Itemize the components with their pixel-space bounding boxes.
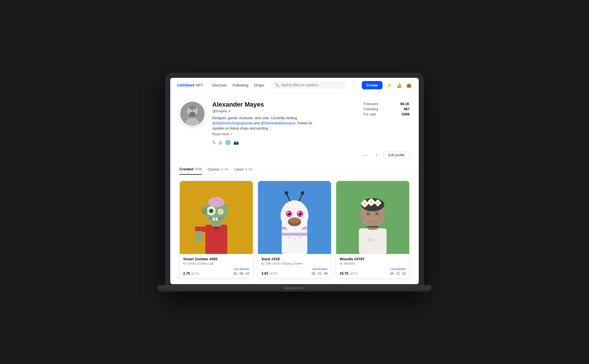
nft-card-zombie[interactable]: Smart Zombie #405 by Smart Zombie Lab 2.… bbox=[179, 181, 253, 278]
handle-text: @mayes bbox=[212, 109, 227, 113]
nft-auction-zombie: Live Auction 01 : 00 : 02 bbox=[234, 267, 249, 276]
navbar: coinbase NFT Discover Following Drops 🔍 … bbox=[170, 78, 419, 93]
social-links: 𝕏 ◎ 🌐 📷 bbox=[212, 140, 357, 145]
for-sale-value: 5309 bbox=[402, 112, 410, 116]
nft-info-zombie: Smart Zombie #405 by Smart Zombie Lab 2.… bbox=[180, 254, 253, 278]
nft-title-zombie: Smart Zombie #405 bbox=[183, 257, 249, 261]
tab-liked[interactable]: Liked (3.5k) bbox=[234, 164, 253, 175]
verified-badge: ✔ bbox=[228, 109, 231, 113]
bio-link-silly[interactable]: @SillySocksSingingSoiree bbox=[212, 121, 253, 125]
followers-value: 66.1K bbox=[400, 102, 410, 106]
svg-point-42 bbox=[289, 217, 300, 223]
svg-text:✕: ✕ bbox=[366, 211, 370, 217]
svg-point-36 bbox=[287, 212, 289, 213]
nft-image-zombie bbox=[180, 181, 253, 254]
svg-rect-73 bbox=[367, 226, 379, 228]
auction-label-zombie: Live Auction bbox=[234, 267, 249, 271]
instagram-icon[interactable]: ◎ bbox=[219, 140, 222, 145]
auction-label-woodie: Live Auction bbox=[390, 267, 406, 271]
profile-actions-row: ⋯ ↑ Edit profile bbox=[170, 151, 419, 164]
profile-name: Alexander Mayes bbox=[212, 101, 357, 108]
logo: coinbase NFT bbox=[177, 83, 203, 87]
search-input[interactable] bbox=[281, 83, 342, 87]
avatar-image bbox=[180, 102, 204, 126]
tab-owned-label: Owned bbox=[208, 167, 219, 172]
auction-timer-sock: 02 : 21 : 48 bbox=[312, 272, 328, 275]
svg-rect-19 bbox=[213, 217, 215, 220]
camera-icon[interactable]: 📷 bbox=[234, 140, 239, 145]
create-button[interactable]: Create bbox=[362, 81, 383, 89]
nav-drops[interactable]: Drops bbox=[254, 83, 264, 87]
svg-point-45 bbox=[299, 236, 301, 239]
svg-point-43 bbox=[288, 236, 290, 239]
twitter-icon[interactable]: 𝕏 bbox=[212, 140, 216, 145]
nft-auction-sock: Live Auction 02 : 21 : 48 bbox=[312, 267, 328, 276]
read-more-btn[interactable]: Read more + bbox=[212, 132, 232, 136]
stat-following: Following 867 bbox=[364, 107, 410, 111]
profile-stats: Followers 66.1K Following 867 For sale 5… bbox=[364, 102, 410, 116]
svg-point-30 bbox=[285, 191, 288, 195]
nft-title-sock: Sock #319 bbox=[261, 257, 328, 261]
nft-card-sock[interactable]: Sock #319 by Silly Socks Singing Soiree … bbox=[258, 181, 331, 278]
laptop-frame: coinbase NFT Discover Following Drops 🔍 … bbox=[165, 73, 424, 292]
nft-price-value-zombie: 2.75 bbox=[183, 271, 190, 276]
nft-creator-woodie: by Woodie bbox=[340, 262, 406, 265]
avatar bbox=[179, 101, 205, 127]
nav-discover[interactable]: Discover bbox=[212, 83, 227, 87]
tab-created-label: Created bbox=[179, 167, 193, 171]
auction-timer-woodie: 04 : 12 : 22 bbox=[390, 272, 406, 275]
share-button[interactable]: ↑ bbox=[373, 151, 380, 159]
laptop-screen: coinbase NFT Discover Following Drops 🔍 … bbox=[170, 78, 419, 284]
svg-text:G: G bbox=[361, 217, 364, 221]
nft-creator-zombie: by Smart Zombie Lab bbox=[183, 262, 249, 265]
profile-section: Alexander Mayes @mayes ✔ Designer, gamer… bbox=[170, 93, 419, 151]
tab-created-count: (319) bbox=[194, 167, 202, 171]
profile-info: Alexander Mayes @mayes ✔ Designer, gamer… bbox=[212, 101, 357, 145]
svg-point-7 bbox=[189, 105, 196, 110]
svg-point-57 bbox=[363, 202, 366, 205]
lightning-icon[interactable]: ⚡ bbox=[387, 82, 392, 88]
svg-rect-27 bbox=[282, 233, 307, 236]
bio-link-dino[interactable]: @DementedDinosaurs bbox=[261, 121, 296, 125]
tabs-bar: Created (319) Owned (1.2k) Liked (3.5k) bbox=[170, 164, 419, 175]
tab-liked-label: Liked bbox=[234, 167, 243, 172]
nft-auction-woodie: Live Auction 04 : 12 : 22 bbox=[390, 267, 406, 276]
nft-price-unit-zombie: wETH bbox=[191, 272, 199, 275]
edit-profile-button[interactable]: Edit profile bbox=[383, 151, 410, 159]
following-value: 867 bbox=[404, 107, 410, 111]
nft-grid: Smart Zombie #405 by Smart Zombie Lab 2.… bbox=[170, 175, 419, 284]
nft-image-sock bbox=[258, 181, 331, 254]
logo-nft: NFT bbox=[196, 83, 203, 87]
svg-point-32 bbox=[301, 191, 305, 195]
svg-point-16 bbox=[210, 210, 212, 212]
nft-price-woodie: 25.75 wETH bbox=[340, 271, 357, 276]
search-bar[interactable]: 🔍 bbox=[271, 81, 346, 89]
more-options-button[interactable]: ⋯ bbox=[360, 151, 370, 159]
following-label: Following bbox=[364, 107, 378, 111]
svg-point-40 bbox=[298, 212, 300, 213]
nft-info-woodie: Woodie #4797 by Woodie 25.75 wETH Live A… bbox=[336, 254, 409, 278]
nft-card-woodie[interactable]: lot ✕ ✕ G bbox=[336, 181, 410, 278]
nft-price-unit-woodie: wETH bbox=[349, 272, 357, 275]
wallet-icon[interactable]: 👜 bbox=[406, 82, 412, 88]
nav-actions: Create ⚡ 🔔 👜 bbox=[362, 81, 412, 89]
svg-point-18 bbox=[219, 210, 222, 213]
tab-owned[interactable]: Owned (1.2k) bbox=[208, 164, 229, 175]
bell-icon[interactable]: 🔔 bbox=[396, 82, 402, 88]
svg-point-69 bbox=[376, 201, 379, 204]
profile-handle: @mayes ✔ bbox=[212, 109, 357, 113]
tab-owned-count: (1.2k) bbox=[221, 167, 229, 171]
nft-price-sock: 3.63 wETH bbox=[261, 271, 277, 276]
tab-liked-count: (3.5k) bbox=[245, 167, 253, 171]
auction-timer-zombie: 01 : 00 : 02 bbox=[234, 272, 249, 275]
tab-created[interactable]: Created (319) bbox=[179, 164, 202, 175]
logo-coinbase: coinbase bbox=[177, 83, 195, 87]
website-icon[interactable]: 🌐 bbox=[225, 140, 231, 145]
nft-price-row-woodie: 25.75 wETH Live Auction 04 : 12 : 22 bbox=[340, 267, 406, 276]
nav-following[interactable]: Following bbox=[233, 83, 248, 87]
svg-rect-23 bbox=[195, 231, 202, 242]
nft-image-woodie: lot ✕ ✕ G bbox=[336, 181, 409, 254]
laptop-base: MacBook Pro bbox=[158, 285, 431, 292]
profile-bio: Designer, gamer, musician, and cook. Cur… bbox=[212, 115, 322, 131]
stat-for-sale: For sale 5309 bbox=[364, 112, 410, 116]
